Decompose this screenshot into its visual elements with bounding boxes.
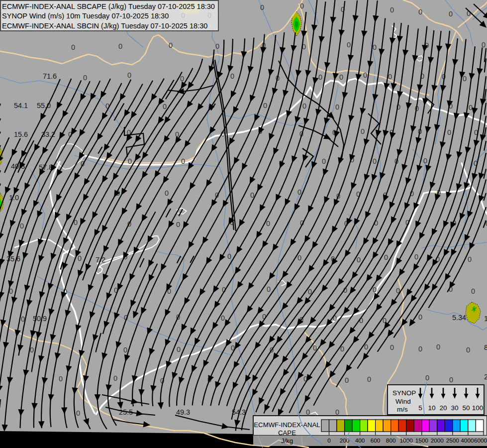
svg-text:0: 0	[339, 73, 343, 81]
svg-text:0: 0	[128, 157, 132, 165]
svg-text:0: 0	[176, 221, 180, 228]
svg-text:5.34: 5.34	[452, 314, 466, 322]
svg-text:0: 0	[418, 313, 422, 321]
svg-text:0: 0	[463, 75, 467, 83]
svg-text:0: 0	[76, 409, 80, 417]
svg-text:0: 0	[263, 102, 267, 110]
svg-text:0: 0	[127, 71, 131, 79]
svg-text:0: 0	[335, 103, 339, 111]
svg-text:0: 0	[302, 102, 306, 110]
svg-text:1000: 1000	[400, 437, 413, 444]
svg-text:Wind: Wind	[395, 398, 411, 405]
svg-text:0: 0	[345, 376, 349, 384]
svg-text:0: 0	[327, 437, 331, 444]
svg-text:0: 0	[181, 157, 185, 165]
svg-text:100: 100	[472, 404, 484, 412]
svg-text:0: 0	[215, 42, 219, 50]
svg-text:0: 0	[113, 374, 117, 382]
svg-text:0: 0	[466, 346, 470, 354]
svg-text:0: 0	[260, 3, 264, 11]
svg-text:2: 2	[484, 373, 487, 381]
svg-text:800: 800	[386, 437, 396, 444]
svg-text:m/s: m/s	[397, 406, 408, 413]
svg-text:0: 0	[373, 157, 377, 165]
svg-text:0: 0	[267, 285, 271, 293]
svg-text:1500: 1500	[415, 437, 429, 444]
svg-text:0: 0	[266, 220, 270, 227]
svg-text:0: 0	[221, 314, 225, 322]
svg-text:0: 0	[230, 72, 234, 80]
svg-text:30: 30	[451, 404, 458, 412]
svg-text:0: 0	[347, 41, 351, 49]
svg-text:0: 0	[363, 71, 367, 79]
svg-text:0: 0	[390, 343, 394, 351]
svg-text:0: 0	[388, 73, 392, 81]
svg-text:0: 0	[78, 254, 82, 262]
svg-text:0: 0	[447, 128, 451, 136]
svg-text:0: 0	[449, 376, 453, 384]
svg-text:15.6: 15.6	[14, 130, 28, 138]
svg-text:0: 0	[180, 75, 184, 83]
svg-text:54.1: 54.1	[14, 102, 28, 110]
svg-text:8: 8	[484, 343, 487, 351]
svg-text:400: 400	[355, 437, 365, 444]
svg-text:0: 0	[20, 222, 24, 230]
svg-text:0: 0	[357, 256, 361, 264]
svg-text:0: 0	[436, 343, 440, 351]
svg-text:4000: 4000	[461, 437, 474, 444]
svg-text:0: 0	[227, 252, 231, 260]
svg-text:0: 0	[449, 10, 453, 18]
svg-text:0: 0	[468, 255, 472, 263]
svg-text:1: 1	[484, 315, 487, 323]
svg-text:0: 0	[59, 375, 63, 383]
svg-text:0: 0	[177, 345, 181, 353]
svg-text:ECMWF-INDEX-ANAL SBCAPE (J/kg): ECMWF-INDEX-ANAL SBCAPE (J/kg) Tuesday 0…	[2, 2, 215, 10]
svg-text:2000: 2000	[431, 437, 444, 444]
svg-text:0: 0	[123, 346, 127, 354]
svg-text:0: 0	[306, 408, 310, 416]
svg-text:20: 20	[439, 404, 447, 412]
svg-text:0: 0	[418, 8, 422, 16]
svg-text:0: 0	[361, 127, 365, 135]
svg-text:5: 5	[418, 404, 422, 412]
svg-text:0: 0	[418, 345, 422, 353]
svg-text:10: 10	[428, 404, 435, 412]
svg-text:0: 0	[471, 287, 475, 295]
svg-text:0: 0	[390, 6, 394, 14]
svg-text:0: 0	[414, 253, 418, 261]
svg-text:0: 0	[373, 43, 377, 51]
svg-text:0: 0	[83, 74, 87, 82]
svg-text:CAPE: CAPE	[278, 429, 296, 437]
svg-text:6000: 6000	[474, 437, 487, 444]
svg-text:0: 0	[367, 375, 371, 383]
svg-text:0: 0	[373, 286, 377, 294]
svg-text:0: 0	[318, 73, 322, 81]
svg-text:0: 0	[423, 157, 427, 165]
svg-text:50: 50	[462, 404, 470, 412]
svg-text:0: 0	[384, 253, 388, 261]
svg-text:0: 0	[165, 189, 169, 197]
svg-text:J/kg: J/kg	[281, 437, 293, 445]
svg-text:0: 0	[469, 104, 473, 112]
svg-text:0: 0	[297, 254, 301, 262]
svg-text:ECMWF-INDEX-ANAL SBCIN (J/kg): ECMWF-INDEX-ANAL SBCIN (J/kg) Tuesday 07…	[2, 22, 207, 30]
svg-text:0: 0	[163, 103, 167, 111]
svg-text:600: 600	[371, 437, 381, 444]
svg-text:SYNOP Wind (m/s) 10m Tuesday 0: SYNOP Wind (m/s) 10m Tuesday 07-10-2025 …	[2, 12, 169, 20]
svg-text:ECMWF-INDEX-ANAL: ECMWF-INDEX-ANAL	[254, 421, 320, 429]
svg-text:0: 0	[118, 42, 122, 50]
svg-text:0: 0	[425, 374, 429, 382]
svg-text:0: 0	[322, 157, 326, 165]
svg-text:SYNOP: SYNOP	[392, 389, 416, 397]
svg-text:71.6: 71.6	[43, 72, 57, 80]
svg-text:0: 0	[300, 2, 304, 10]
svg-text:49.3: 49.3	[176, 408, 190, 416]
svg-text:0: 0	[297, 188, 301, 196]
svg-text:200: 200	[340, 437, 350, 444]
svg-text:0: 0	[335, 408, 339, 416]
svg-text:2500: 2500	[446, 437, 460, 444]
svg-text:0: 0	[169, 41, 173, 49]
svg-text:0: 0	[71, 43, 75, 51]
